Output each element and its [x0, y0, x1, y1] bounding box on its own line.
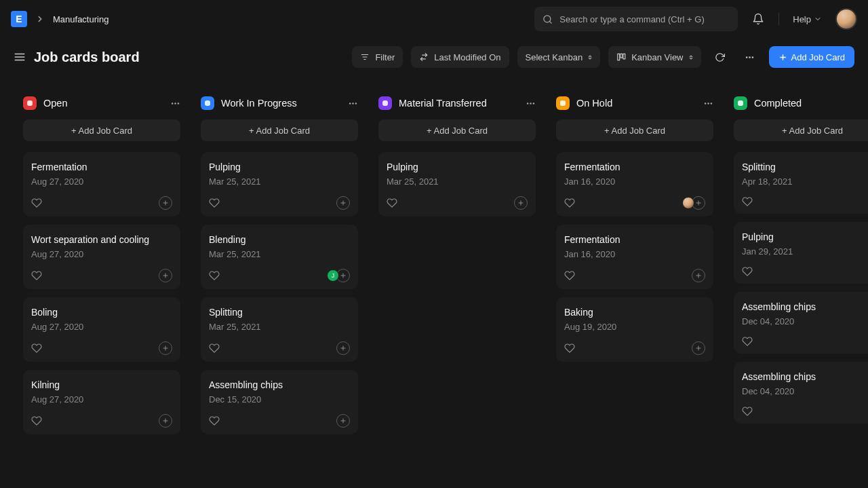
job-card[interactable]: PulpingJan 29, 2021 [734, 222, 868, 284]
job-card[interactable]: Assembling chipsDec 15, 2020 [201, 370, 358, 434]
job-card[interactable]: BakingAug 19, 2020 [556, 297, 713, 362]
like-button[interactable] [31, 415, 42, 426]
job-card[interactable]: BolingAug 27, 2020 [23, 297, 180, 362]
assign-button[interactable] [336, 196, 350, 210]
card-date: Aug 27, 2020 [31, 394, 172, 405]
divider [778, 12, 779, 26]
card-footer [31, 341, 172, 355]
job-card[interactable]: FermentationJan 16, 2020 [556, 225, 713, 289]
add-card-button[interactable]: + Add Job Card [23, 119, 180, 141]
brand-logo[interactable]: E [11, 11, 27, 27]
svg-point-41 [530, 102, 532, 105]
chevron-down-icon [814, 15, 822, 23]
svg-point-18 [172, 102, 174, 105]
like-button[interactable] [209, 415, 220, 426]
kanban-column: On Hold+ Add Job CardFermentationJan 16,… [556, 96, 713, 443]
card-footer [564, 196, 705, 210]
assign-button[interactable] [159, 341, 172, 355]
add-card-button[interactable]: + Add Job Card [201, 119, 358, 141]
assign-button[interactable] [159, 196, 172, 210]
search-icon [542, 14, 553, 24]
column-more-button[interactable] [170, 98, 180, 109]
assign-button[interactable] [692, 269, 705, 282]
column-more-button[interactable] [703, 98, 713, 109]
card-footer [564, 341, 705, 355]
kanban-column: Open+ Add Job CardFermentationAug 27, 20… [23, 96, 180, 443]
assignee-avatar[interactable]: J [327, 269, 339, 282]
like-button[interactable] [742, 336, 753, 347]
menu-toggle-button[interactable] [14, 51, 26, 63]
search-placeholder: Search or type a command (Ctrl + G) [559, 14, 705, 24]
like-button[interactable] [564, 198, 575, 208]
column-title: Material Transferred [399, 98, 519, 109]
view-select-button[interactable]: Kanban View [608, 46, 701, 68]
refresh-button[interactable] [709, 46, 731, 68]
select-kanban-button[interactable]: Select Kanban [517, 46, 601, 68]
svg-point-40 [527, 102, 529, 105]
svg-point-29 [349, 102, 351, 105]
job-card[interactable]: FermentationJan 16, 2020 [556, 152, 713, 217]
job-card[interactable]: PulpingMar 25, 2021 [378, 152, 536, 217]
bell-icon [752, 13, 764, 25]
job-card[interactable]: KilningAug 27, 2020 [23, 370, 180, 434]
user-avatar[interactable] [835, 8, 857, 30]
job-card[interactable]: SplittingMar 25, 2021 [201, 297, 358, 362]
assign-button[interactable] [336, 341, 350, 355]
svg-point-19 [174, 102, 176, 105]
job-card[interactable]: PulpingMar 25, 2021 [201, 152, 358, 217]
card-footer [209, 414, 350, 428]
like-button[interactable] [742, 406, 753, 417]
help-button[interactable]: Help [787, 14, 827, 24]
breadcrumb[interactable]: Manufacturing [53, 14, 108, 24]
sort-button[interactable]: Last Modified On [411, 46, 509, 68]
ellipsis-icon [745, 52, 755, 62]
like-button[interactable] [387, 198, 397, 208]
assign-button[interactable] [336, 414, 350, 428]
like-button[interactable] [31, 198, 42, 208]
card-title: Assembling chips [209, 379, 350, 390]
like-button[interactable] [209, 198, 220, 208]
assign-button[interactable] [159, 414, 172, 428]
like-button[interactable] [209, 343, 220, 354]
filter-button[interactable]: Filter [352, 46, 403, 68]
like-button[interactable] [742, 266, 753, 277]
assign-button[interactable] [692, 341, 705, 355]
column-more-button[interactable] [348, 98, 358, 109]
search-input[interactable]: Search or type a command (Ctrl + G) [534, 7, 738, 31]
like-button[interactable] [564, 270, 575, 281]
add-card-button[interactable]: + Add Job Card [378, 119, 536, 141]
notifications-button[interactable] [746, 7, 770, 31]
add-job-card-button[interactable]: Add Job Card [769, 46, 855, 68]
like-button[interactable] [31, 270, 42, 281]
kanban-column: Completed+ Add Job CardSplittingApr 18, … [734, 96, 868, 443]
filter-icon [360, 52, 370, 62]
job-card[interactable]: BlendingMar 25, 2021J [201, 225, 358, 289]
add-card-button[interactable]: + Add Job Card [734, 119, 868, 141]
job-card[interactable]: Assembling chipsDec 04, 2020 [734, 362, 868, 424]
updown-icon [689, 55, 693, 60]
like-button[interactable] [742, 196, 753, 207]
card-date: Mar 25, 2021 [209, 249, 350, 259]
column-title: Work In Progress [221, 98, 341, 109]
job-card[interactable]: Wort separation and coolingAug 27, 2020 [23, 225, 180, 289]
assignee-avatar[interactable] [682, 197, 694, 209]
updown-icon [588, 55, 592, 60]
card-date: Aug 27, 2020 [31, 322, 172, 332]
add-card-button[interactable]: + Add Job Card [556, 119, 713, 141]
assign-button[interactable] [159, 269, 172, 282]
column-more-button[interactable] [526, 98, 536, 109]
like-button[interactable] [564, 343, 575, 354]
more-options-button[interactable] [739, 46, 761, 68]
like-button[interactable] [31, 343, 42, 354]
card-title: Pulping [742, 231, 868, 242]
kanban-icon [616, 52, 626, 62]
job-card[interactable]: Assembling chipsDec 04, 2020 [734, 292, 868, 354]
assign-button[interactable] [514, 196, 528, 210]
svg-point-14 [749, 56, 751, 58]
job-card[interactable]: FermentationAug 27, 2020 [23, 152, 180, 217]
card-title: Fermentation [564, 162, 705, 172]
like-button[interactable] [209, 270, 220, 281]
card-date: Jan 29, 2021 [742, 246, 868, 257]
kanban-board: Open+ Add Job CardFermentationAug 27, 20… [0, 76, 868, 463]
job-card[interactable]: SplittingApr 18, 2021 [734, 152, 868, 214]
